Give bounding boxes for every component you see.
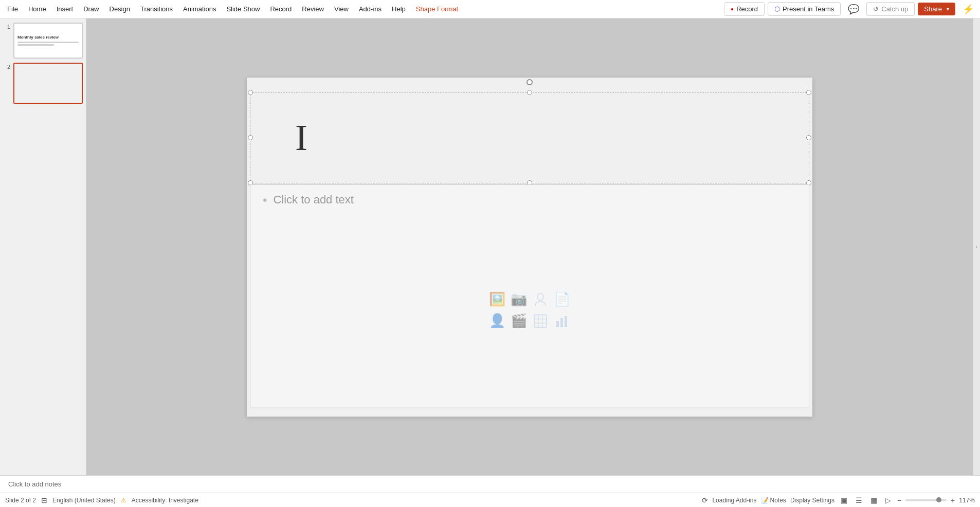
language: English (United States): [52, 497, 116, 504]
bullet-dot: •: [263, 193, 267, 208]
record-button[interactable]: ● Record: [724, 2, 765, 16]
right-panel-collapse[interactable]: ‹: [973, 18, 980, 475]
content-icons: 🖼️ 📷 📄 👤 🎬: [263, 222, 796, 399]
handle-middle-left[interactable]: [248, 135, 253, 140]
menu-shape-format[interactable]: Shape Format: [411, 3, 463, 15]
comment-icon: 💬: [848, 4, 859, 14]
slide-panel: 1 Monthly sales review 2: [0, 18, 86, 475]
zoom-slider[interactable]: [905, 499, 947, 501]
present-teams-button[interactable]: ⬡ Present in Teams: [768, 2, 841, 16]
handle-top-center[interactable]: [527, 90, 532, 95]
menu-animations[interactable]: Animations: [178, 3, 221, 15]
designer-icon: ⚡: [963, 4, 974, 14]
slide-number-1: 1: [3, 23, 10, 30]
insert-3d-models-icon[interactable]: 👤: [488, 312, 506, 330]
icon-row-2: 👤 🎬: [488, 312, 571, 330]
insert-icon-icon[interactable]: [532, 291, 549, 308]
view-slideshow-icon[interactable]: ▷: [883, 495, 893, 505]
menu-insert[interactable]: Insert: [51, 3, 79, 15]
menu-record[interactable]: Record: [265, 3, 297, 15]
notes-bar[interactable]: Click to add notes: [0, 475, 980, 493]
view-reading-icon[interactable]: ▦: [868, 495, 879, 505]
slide-layout-icon[interactable]: ⊟: [41, 496, 47, 504]
thumb-line: [17, 42, 79, 43]
menu-file[interactable]: File: [2, 3, 23, 15]
menu-add-ins[interactable]: Add-ins: [354, 3, 387, 15]
menu-transitions[interactable]: Transitions: [135, 3, 178, 15]
slide-thumbnail-2[interactable]: 2: [3, 63, 83, 104]
handle-top-left[interactable]: [248, 90, 253, 95]
icon-row-1: 🖼️ 📷 📄: [488, 291, 571, 308]
content-placeholder[interactable]: • Click to add text 🖼️ 📷 📄: [250, 184, 809, 407]
notes-placeholder: Click to add notes: [8, 480, 61, 488]
bullet-placeholder[interactable]: • Click to add text: [263, 193, 796, 208]
slide-1-title: Monthly sales review: [17, 35, 79, 40]
menu-help[interactable]: Help: [387, 3, 411, 15]
svg-rect-0: [534, 315, 547, 327]
accessibility-status[interactable]: Accessibility: Investigate: [132, 497, 198, 504]
display-settings-btn[interactable]: Display Settings: [790, 497, 834, 504]
notes-label: Notes: [770, 497, 786, 504]
slide-1-lines: [17, 42, 79, 47]
notes-status-btn[interactable]: 📝 Notes: [761, 497, 786, 504]
slide-canvas[interactable]: I • Click to add text 🖼️ 📷: [247, 78, 812, 417]
zoom-thumb: [936, 497, 941, 502]
status-right: ⟳ Loading Add-ins 📝 Notes Display Settin…: [702, 495, 975, 505]
catchup-label: Catch up: [881, 5, 908, 13]
svg-rect-7: [565, 316, 567, 327]
insert-smartart-icon[interactable]: 📄: [553, 291, 571, 308]
slide-thumb-img-2[interactable]: [13, 63, 83, 104]
teams-icon: ⬡: [774, 5, 780, 13]
loading-add-ins: Loading Add-ins: [712, 497, 756, 504]
slide-thumb-img-1[interactable]: Monthly sales review: [13, 23, 83, 59]
main-layout: 1 Monthly sales review 2: [0, 18, 980, 475]
content-placeholder-text: Click to add text: [273, 193, 354, 206]
share-chevron-icon: ▾: [947, 6, 949, 12]
menu-design[interactable]: Design: [104, 3, 135, 15]
accessibility-icon[interactable]: ⚠: [121, 497, 126, 504]
zoom-out-icon[interactable]: −: [897, 496, 901, 504]
insert-stock-image-icon[interactable]: 📷: [510, 291, 528, 308]
insert-video-icon[interactable]: 🎬: [510, 312, 528, 330]
rotate-handle[interactable]: [527, 79, 533, 85]
slide-info: Slide 2 of 2: [5, 497, 36, 504]
thumb-line: [17, 44, 54, 46]
share-label: Share: [924, 5, 942, 13]
status-bar: Slide 2 of 2 ⊟ English (United States) ⚠…: [0, 493, 980, 507]
notes-icon: 📝: [761, 497, 769, 504]
loading-spinner-icon: ⟳: [702, 496, 708, 504]
menu-view[interactable]: View: [329, 3, 354, 15]
view-outline-icon[interactable]: ☰: [854, 495, 864, 505]
designer-button[interactable]: ⚡: [958, 1, 978, 17]
canvas-area[interactable]: I • Click to add text 🖼️ 📷: [86, 18, 973, 475]
ribbon-controls: ● Record ⬡ Present in Teams 💬 ↺ Catch up…: [724, 1, 978, 17]
present-teams-label: Present in Teams: [783, 5, 834, 13]
svg-rect-5: [556, 321, 559, 327]
insert-chart-icon[interactable]: [553, 312, 571, 330]
zoom-level[interactable]: 117%: [959, 497, 975, 504]
svg-rect-6: [560, 318, 563, 327]
handle-middle-right[interactable]: [806, 135, 811, 140]
text-cursor: I: [295, 116, 307, 159]
menu-review[interactable]: Review: [297, 3, 329, 15]
share-button[interactable]: Share ▾: [918, 3, 955, 15]
menu-bar: File Home Insert Draw Design Transitions…: [0, 0, 980, 18]
catchup-icon: ↺: [873, 5, 879, 13]
menu-home[interactable]: Home: [23, 3, 51, 15]
status-left: Slide 2 of 2 ⊟ English (United States) ⚠…: [5, 496, 696, 504]
slide-number-2: 2: [3, 63, 10, 70]
comments-button[interactable]: 💬: [844, 1, 863, 17]
zoom-in-icon[interactable]: +: [951, 496, 955, 504]
view-normal-icon[interactable]: ▣: [839, 495, 849, 505]
slide-thumbnail-1[interactable]: 1 Monthly sales review: [3, 23, 83, 59]
catchup-button: ↺ Catch up: [866, 2, 915, 16]
record-label: Record: [736, 5, 758, 13]
insert-table-icon[interactable]: [532, 312, 549, 330]
menu-draw[interactable]: Draw: [78, 3, 104, 15]
insert-picture-icon[interactable]: 🖼️: [488, 291, 506, 308]
menu-slide-show[interactable]: Slide Show: [221, 3, 265, 15]
record-icon: ●: [731, 6, 734, 12]
handle-top-right[interactable]: [806, 90, 811, 95]
title-textbox[interactable]: I: [250, 92, 809, 183]
